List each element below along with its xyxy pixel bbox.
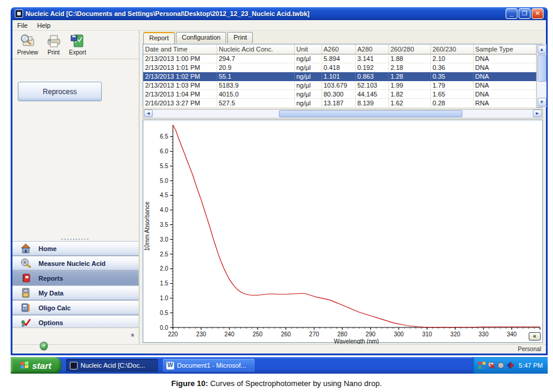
tab-print[interactable]: Print bbox=[227, 32, 253, 43]
results-table[interactable]: Date and TimeNucleic Acid Conc.UnitA260A… bbox=[143, 44, 536, 108]
sidebar-item-home[interactable]: Home bbox=[12, 241, 139, 256]
table-row[interactable]: 2/13/2013 1:02 PM55.1ng/µl1.1010.8631.28… bbox=[143, 72, 536, 81]
taskbar-button-word-document[interactable]: W Document1 - Microsof... bbox=[163, 359, 255, 372]
table-row[interactable]: 2/16/2013 3:27 PM527.5ng/µl13.1878.1391.… bbox=[143, 98, 536, 107]
tab-configuration[interactable]: Configuration bbox=[176, 32, 226, 43]
table-cell[interactable]: 2/13/2013 1:00 PM bbox=[143, 54, 217, 63]
chevron-more-icon[interactable]: » bbox=[128, 333, 136, 337]
table-cell[interactable]: 1.79 bbox=[430, 81, 473, 89]
table-cell[interactable]: 2/13/2013 1:04 PM bbox=[143, 89, 217, 98]
table-cell[interactable]: ng/µl bbox=[294, 98, 321, 107]
table-cell[interactable]: 2.10 bbox=[430, 54, 473, 63]
column-header[interactable]: A260 bbox=[321, 44, 355, 54]
table-cell[interactable]: 1.99 bbox=[388, 81, 430, 89]
table-cell[interactable]: 1.101 bbox=[321, 72, 355, 81]
table-cell[interactable]: 80.300 bbox=[321, 89, 355, 98]
tray-display-icon[interactable] bbox=[478, 362, 486, 369]
column-header[interactable]: 260/230 bbox=[430, 44, 473, 54]
table-cell[interactable]: 4015.0 bbox=[217, 89, 294, 98]
table-cell[interactable]: 44.145 bbox=[355, 89, 388, 98]
menu-file[interactable]: File bbox=[12, 21, 33, 30]
table-cell[interactable]: 0.35 bbox=[430, 72, 473, 81]
table-cell[interactable]: 2.18 bbox=[388, 63, 430, 72]
table-cell[interactable]: 294.7 bbox=[217, 54, 294, 63]
scroll-right-button[interactable]: ► bbox=[533, 110, 542, 117]
table-cell[interactable]: 0.418 bbox=[321, 63, 355, 72]
table-cell[interactable]: 1.62 bbox=[388, 98, 430, 107]
scroll-left-button[interactable]: ◄ bbox=[144, 110, 153, 117]
table-cell[interactable]: 52.103 bbox=[355, 81, 388, 89]
menu-help[interactable]: Help bbox=[33, 21, 56, 30]
column-header[interactable]: 260/280 bbox=[388, 44, 430, 54]
table-cell[interactable]: DNA bbox=[473, 89, 536, 98]
collapse-panel-button[interactable]: « bbox=[529, 332, 541, 340]
table-cell[interactable]: RNA bbox=[473, 98, 536, 107]
table-cell[interactable]: ng/µl bbox=[294, 81, 321, 89]
table-cell[interactable]: 0.28 bbox=[430, 98, 473, 107]
table-cell[interactable]: 0.36 bbox=[430, 63, 473, 72]
table-row[interactable]: 2/13/2013 1:01 PM20.9ng/µl0.4180.1922.18… bbox=[143, 63, 536, 72]
tray-status-icon[interactable] bbox=[497, 362, 504, 369]
table-cell[interactable]: ng/µl bbox=[294, 72, 321, 81]
table-cell[interactable]: 2/13/2013 1:01 PM bbox=[143, 63, 217, 72]
table-cell[interactable]: 1.88 bbox=[388, 54, 430, 63]
tray-volume-icon[interactable] bbox=[507, 362, 514, 369]
sidebar-item-my-data[interactable]: My Data bbox=[12, 285, 139, 300]
preview-button[interactable]: Preview bbox=[17, 33, 38, 57]
table-cell[interactable]: 2/16/2013 3:27 PM bbox=[143, 98, 217, 107]
table-cell[interactable]: 5183.9 bbox=[217, 81, 294, 89]
column-header[interactable]: Sample Type bbox=[473, 44, 536, 54]
minimize-button[interactable]: _ bbox=[506, 8, 517, 19]
table-cell[interactable]: DNA bbox=[473, 63, 536, 72]
table-cell[interactable]: ng/µl bbox=[294, 63, 321, 72]
tray-network-disconnected-icon[interactable] bbox=[488, 362, 495, 369]
column-header[interactable]: A280 bbox=[355, 44, 388, 54]
table-cell[interactable]: 0.192 bbox=[355, 63, 388, 72]
table-cell[interactable]: 2/13/2013 1:02 PM bbox=[143, 72, 217, 81]
table-cell[interactable]: 1.65 bbox=[430, 89, 473, 98]
start-button[interactable]: start bbox=[11, 357, 62, 374]
table-cell[interactable]: 5.894 bbox=[321, 54, 355, 63]
table-cell[interactable]: 527.5 bbox=[217, 98, 294, 107]
table-cell[interactable]: 3.141 bbox=[355, 54, 388, 63]
reprocess-button[interactable]: Reprocess bbox=[18, 82, 102, 101]
vertical-scroll-thumb[interactable] bbox=[538, 54, 546, 82]
table-cell[interactable]: DNA bbox=[473, 72, 536, 81]
sidebar-item-oligo-calc[interactable]: Oligo Calc bbox=[12, 300, 139, 315]
export-button[interactable]: Export bbox=[69, 33, 86, 57]
table-body[interactable]: 2/13/2013 1:00 PM294.7ng/µl5.8943.1411.8… bbox=[143, 54, 536, 107]
table-cell[interactable]: ng/µl bbox=[294, 89, 321, 98]
table-row[interactable]: 2/13/2013 1:00 PM294.7ng/µl5.8943.1411.8… bbox=[143, 54, 536, 63]
column-header[interactable]: Nucleic Acid Conc. bbox=[217, 44, 294, 54]
table-cell[interactable]: DNA bbox=[473, 81, 536, 89]
table-cell[interactable]: 20.9 bbox=[217, 63, 294, 72]
restore-button[interactable]: ❐ bbox=[519, 8, 531, 19]
print-button[interactable]: Print bbox=[46, 33, 62, 57]
sidebar-item-measure-nucleic-acid[interactable]: Measure Nucleic Acid bbox=[12, 256, 139, 271]
title-bar[interactable]: Nucleic Acid [C:\Documents and Settings\… bbox=[12, 7, 546, 20]
table-cell[interactable]: 1.28 bbox=[388, 72, 430, 81]
table-cell[interactable]: 1.82 bbox=[388, 89, 430, 98]
table-cell[interactable]: 0.863 bbox=[355, 72, 388, 81]
table-cell[interactable]: 103.679 bbox=[321, 81, 355, 89]
table-cell[interactable]: 55.1 bbox=[217, 72, 294, 81]
tab-report[interactable]: Report bbox=[143, 32, 175, 44]
table-horizontal-scrollbar[interactable]: ◄ ► bbox=[143, 109, 543, 118]
table-cell[interactable]: 8.139 bbox=[355, 98, 388, 107]
sidebar-item-reports[interactable]: Reports bbox=[12, 271, 139, 285]
taskbar-button-nucleic-acid[interactable]: Nucleic Acid [C:\Doc... bbox=[66, 359, 158, 372]
scroll-up-button[interactable]: ▲ bbox=[538, 45, 546, 54]
table-cell[interactable]: DNA bbox=[473, 54, 536, 63]
table-row[interactable]: 2/13/2013 1:04 PM4015.0ng/µl80.30044.145… bbox=[143, 89, 536, 98]
table-row[interactable]: 2/13/2013 1:03 PM5183.9ng/µl103.67952.10… bbox=[143, 81, 536, 89]
column-header[interactable]: Date and Time bbox=[143, 44, 217, 54]
table-vertical-scrollbar[interactable]: ▲ ▼ bbox=[536, 44, 546, 107]
table-cell[interactable]: ng/µl bbox=[294, 54, 321, 63]
scroll-down-button[interactable]: ▼ bbox=[538, 98, 546, 107]
column-header[interactable]: Unit bbox=[294, 44, 321, 54]
table-cell[interactable]: 2/13/2013 1:03 PM bbox=[143, 81, 217, 89]
close-button[interactable]: ✕ bbox=[532, 8, 544, 19]
horizontal-scroll-thumb[interactable] bbox=[279, 110, 462, 117]
table-cell[interactable]: 13.187 bbox=[321, 98, 355, 107]
table-header-row[interactable]: Date and TimeNucleic Acid Conc.UnitA260A… bbox=[143, 44, 536, 54]
